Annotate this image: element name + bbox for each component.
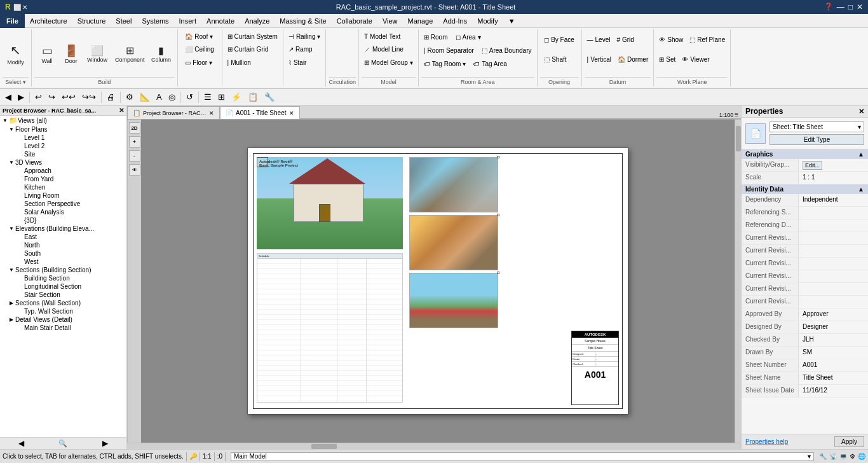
properties-close-icon[interactable]: ✕ — [858, 107, 864, 116]
window-controls-left[interactable]: ⬜ ✕ — [13, 4, 28, 11]
settings-button[interactable]: ⚙ — [123, 90, 136, 104]
menu-analyze[interactable]: Analyze — [240, 14, 275, 28]
zoom-in-btn[interactable]: + — [129, 136, 140, 148]
tool-btn-1[interactable]: 📋 — [245, 90, 261, 104]
sheet-tab[interactable]: 📄 A001 - Title Sheet ✕ — [220, 106, 300, 119]
menu-addins[interactable]: Add-Ins — [438, 14, 472, 28]
component-button[interactable]: ⊞ Component — [112, 35, 148, 73]
tree-3d[interactable]: {3D} — [0, 216, 126, 225]
apply-button[interactable]: Apply — [834, 436, 864, 447]
tree-views-all[interactable]: ▼ 📁 Views (all) — [0, 116, 126, 125]
viewer-button[interactable]: 👁Viewer — [679, 53, 712, 66]
mullion-button[interactable]: |Mullion — [225, 57, 280, 69]
level-button[interactable]: —Level — [585, 34, 613, 46]
2d-view-btn[interactable]: 2D — [129, 122, 140, 134]
tree-sections-wall[interactable]: ▶ Sections (Wall Section) — [0, 299, 126, 307]
tree-level1[interactable]: Level 1 — [0, 134, 126, 142]
ref-plane-button[interactable]: ⬚Ref Plane — [687, 34, 728, 46]
tree-north[interactable]: North — [0, 241, 126, 249]
sheet-tab-close[interactable]: ✕ — [289, 110, 294, 116]
window-button[interactable]: ⬜ Window — [83, 35, 112, 73]
tree-west[interactable]: West — [0, 258, 126, 266]
column-button[interactable]: ▮ Column — [148, 35, 175, 73]
forward-button[interactable]: ▶ — [15, 90, 27, 104]
expand-sections-wall[interactable]: ▶ — [8, 300, 15, 306]
redo-button[interactable]: ↪ — [46, 90, 58, 104]
menu-massing[interactable]: Massing & Site — [275, 14, 331, 28]
menu-manage[interactable]: Manage — [403, 14, 438, 28]
expand-floor-plans[interactable]: ▼ — [8, 127, 15, 132]
dormer-button[interactable]: 🏠Dormer — [615, 53, 651, 66]
rotate-button[interactable]: ↺ — [184, 90, 196, 104]
curtain-system-button[interactable]: ⊞Curtain System — [225, 31, 280, 43]
prop-identity-header[interactable]: Identity Data ▲ — [742, 184, 868, 194]
redo2-button[interactable]: ↪↪ — [79, 90, 98, 104]
model-selector[interactable]: Main Model — [234, 453, 267, 460]
expand-3d-views[interactable]: ▼ — [8, 160, 15, 165]
expand-icon-views[interactable]: ▼ — [1, 118, 9, 123]
model-line-button[interactable]: ⟋Model Line — [362, 43, 416, 55]
menu-structure[interactable]: Structure — [72, 14, 111, 28]
menu-systems[interactable]: Systems — [137, 14, 173, 28]
tree-site[interactable]: Site — [0, 150, 126, 158]
menu-insert[interactable]: Insert — [174, 14, 202, 28]
tree-kitchen[interactable]: Kitchen — [0, 183, 126, 191]
properties-help-link[interactable]: Properties help — [745, 438, 788, 445]
project-browser-tab[interactable]: 📋 Project Browser - RAC_basic_sa... ✕ — [127, 106, 220, 119]
back-button[interactable]: ◀ — [3, 90, 14, 104]
room-separator-button[interactable]: |Room Separator — [421, 44, 477, 57]
tree-from-yard[interactable]: From Yard — [0, 175, 126, 183]
tag-area-button[interactable]: 🏷Tag Area — [471, 57, 509, 70]
circle-button[interactable]: ◎ — [166, 90, 178, 104]
text-button[interactable]: A — [154, 90, 165, 104]
tree-typ-wall-section[interactable]: Typ. Wall Section — [0, 307, 126, 315]
menu-modify[interactable]: Modify — [472, 14, 503, 28]
prop-sheet-selector[interactable]: Sheet: Title Sheet ▾ — [770, 121, 864, 132]
pb-home[interactable]: 🔍 — [58, 439, 67, 448]
vertical-button[interactable]: |Vertical — [585, 53, 614, 66]
snap-button[interactable]: ⚡ — [229, 90, 244, 104]
shaft-button[interactable]: ⬚Shaft — [541, 53, 577, 66]
wall-button[interactable]: ▭ Wall — [34, 35, 60, 73]
pb-nav-forward[interactable]: ▶ — [102, 439, 108, 448]
model-text-button[interactable]: TModel Text — [362, 31, 416, 43]
help-icon[interactable]: ❓ — [824, 3, 833, 11]
area-button[interactable]: ◻Area ▾ — [453, 31, 484, 43]
print-button[interactable]: 🖨 — [104, 90, 118, 104]
tree-detail-views[interactable]: ▶ Detail Views (Detail) — [0, 315, 126, 324]
menu-custom[interactable]: ▼ — [503, 14, 520, 28]
tag-room-button[interactable]: 🏷Tag Room ▾ — [421, 57, 469, 70]
pb-close-icon[interactable]: ✕ — [119, 107, 124, 114]
sheet-canvas[interactable]: Autodesk® Revit® Basic Sample Project — [141, 120, 735, 443]
tree-3d-views[interactable]: ▼ 3D Views — [0, 158, 126, 167]
expand-sections-building[interactable]: ▼ — [8, 267, 15, 273]
undo-button[interactable]: ↩ — [32, 90, 44, 104]
area-boundary-button[interactable]: ⬚Area Boundary — [479, 44, 534, 57]
expand-detail-views[interactable]: ▶ — [8, 317, 15, 322]
tree-sections-building[interactable]: ▼ Sections (Building Section) — [0, 266, 126, 274]
edit-type-button[interactable]: Edit Type — [770, 134, 864, 145]
prop-graphics-header[interactable]: Graphics ▲ — [742, 149, 868, 159]
tree-approach[interactable]: Approach — [0, 167, 126, 175]
tree-east[interactable]: East — [0, 233, 126, 241]
scrollbar-thumb-v[interactable] — [736, 126, 741, 151]
align-button[interactable]: ⊞ — [215, 90, 227, 104]
visibility-edit-button[interactable]: Edit... — [803, 161, 822, 170]
modify-button[interactable]: ↖ Modify — [4, 35, 27, 73]
expand-elevations[interactable]: ▼ — [8, 226, 15, 232]
byface-button[interactable]: ◻By Face — [541, 34, 577, 46]
tree-living-room[interactable]: Living Room — [0, 191, 126, 200]
tree-elevations[interactable]: ▼ Elevations (Building Eleva... — [0, 225, 126, 233]
ceiling-button[interactable]: ⬜Ceiling — [182, 43, 217, 55]
scrollbar-thumb-h[interactable] — [311, 444, 337, 449]
tree-solar-analysis[interactable]: Solar Analysis — [0, 208, 126, 216]
close-btn[interactable]: ✕ — [857, 3, 863, 11]
room-button[interactable]: ⊞Room — [421, 31, 451, 43]
tree-section-perspective[interactable]: Section Perspective — [0, 200, 126, 208]
menu-architecture[interactable]: Architecture — [25, 14, 72, 28]
tree-south[interactable]: South — [0, 249, 126, 258]
tool-btn-2[interactable]: 🔧 — [262, 90, 277, 104]
tree-floor-plans[interactable]: ▼ Floor Plans — [0, 125, 126, 134]
door-button[interactable]: 🚪 Door — [60, 35, 83, 73]
stair-button[interactable]: ⌇Stair — [286, 57, 323, 69]
